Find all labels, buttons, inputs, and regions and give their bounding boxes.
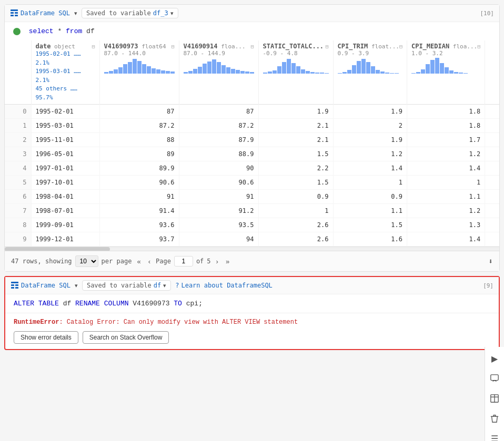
cell-badge-2: [9] [483, 282, 493, 289]
svg-rect-2 [15, 12, 18, 14]
row-v1: 88 [99, 133, 179, 147]
cell-1-header: DataFrame SQL ▾ Saved to variable df_3 ▾… [5, 5, 499, 22]
row-index: 2 [5, 133, 31, 147]
row-date: 1999-12-01 [31, 232, 99, 247]
index-col-header [5, 40, 31, 105]
visualize-header: Visualize [485, 40, 499, 105]
row-date: 1995-03-01 [31, 119, 99, 133]
last-page-btn[interactable]: » [224, 257, 231, 266]
table-body-1: 0 1995-02-01 87 87 1.9 1.9 1.8 1 1995-03… [5, 105, 499, 247]
sql-alter: ALTER TABLE [14, 300, 59, 307]
histogram-v3 [263, 58, 329, 74]
row-v5: 1.2 [407, 147, 485, 161]
histogram-v2 [184, 58, 254, 74]
svg-rect-0 [11, 9, 18, 11]
row-extra [485, 176, 499, 190]
scroll-thumb-1[interactable] [5, 247, 110, 251]
row-v2: 87 [179, 105, 258, 119]
tool-dropdown-1[interactable]: ▾ [74, 10, 77, 17]
row-extra [485, 147, 499, 161]
filter-icon-v4[interactable]: ⊟ [399, 44, 402, 49]
row-v1: 87 [99, 105, 179, 119]
row-extra [485, 218, 499, 232]
cell-2-header: DataFrame SQL ▾ Saved to variable df ▾ ?… [5, 277, 499, 294]
per-page-select[interactable]: 10 25 50 [75, 255, 98, 267]
prev-page-btn[interactable]: ‹ [146, 257, 153, 266]
saved-var-2: Saved to variable df ▾ [82, 280, 171, 291]
svg-rect-10 [15, 284, 18, 286]
col-header-v3: STATIC_TOTALC... ⊟ -0.9 - 4.8 [258, 40, 333, 105]
filter-icon-v5[interactable]: ⊟ [477, 44, 480, 49]
row-v3: 2.6 [258, 232, 333, 247]
row-v1: 89.9 [99, 161, 179, 176]
row-extra [485, 133, 499, 147]
row-v3: 1 [258, 204, 333, 218]
row-v4: 2 [333, 119, 407, 133]
row-v5: 1.1 [407, 190, 485, 204]
table-row: 4 1997-01-01 89.9 90 2.2 1.4 1.4 [5, 161, 499, 176]
row-v4: 1.6 [333, 232, 407, 247]
row-index: 4 [5, 161, 31, 176]
learn-link[interactable]: ? Learn about DataframeSQL [175, 282, 273, 289]
scroll-track-1[interactable] [5, 247, 499, 251]
row-date: 1997-10-01 [31, 176, 99, 190]
download-icon[interactable]: ⬇ [489, 257, 493, 265]
error-actions: Show error details Search on Stack Overf… [14, 331, 490, 344]
filter-icon-v2[interactable]: ⊟ [250, 44, 254, 49]
row-v1: 93.7 [99, 232, 179, 247]
svg-rect-12 [15, 287, 18, 289]
tool-label-2: DataFrame SQL [21, 282, 70, 289]
var-dropdown-2[interactable]: ▾ [163, 282, 166, 289]
svg-rect-3 [11, 15, 14, 16]
run-icon[interactable]: ▶ [485, 349, 504, 354]
filter-icon-date[interactable]: ⊟ [92, 44, 95, 49]
row-v1: 87.2 [99, 119, 179, 133]
row-v1: 91.4 [99, 204, 179, 218]
show-error-details-button[interactable]: Show error details [14, 331, 78, 344]
next-page-btn[interactable]: › [214, 257, 220, 266]
cell-badge-1: [10] [480, 10, 495, 17]
row-v3: 0.9 [258, 190, 333, 204]
svg-rect-8 [11, 282, 18, 283]
row-v5: 1.3 [407, 218, 485, 232]
row-index: 8 [5, 218, 31, 232]
row-v2: 91 [179, 190, 258, 204]
col-header-v2: V41690914 floa... ⊟ 87.0 - 144.9 [179, 40, 258, 105]
data-table-1: date object ⊟ 1995-02-01 …… 2.1%1995-03-… [5, 40, 499, 251]
cell-sql-2: ALTER TABLE df RENAME COLUMN V41690973 T… [5, 294, 499, 313]
row-v2: 94 [179, 232, 258, 247]
row-extra [485, 105, 499, 119]
sql-rename: RENAME [75, 300, 100, 307]
search-stackoverflow-button[interactable]: Search on Stack Overflow [83, 331, 169, 344]
svg-rect-1 [11, 12, 14, 14]
row-v2: 88.9 [179, 147, 258, 161]
table-row: 1 1995-03-01 87.2 87.2 2.1 2 1.8 [5, 119, 499, 133]
table-row: 3 1996-05-01 89 88.9 1.5 1.2 1.2 [5, 147, 499, 161]
row-index: 9 [5, 232, 31, 247]
filter-icon-v1[interactable]: ⊟ [171, 44, 174, 49]
row-date: 1995-11-01 [31, 133, 99, 147]
row-v4: 0.9 [333, 190, 407, 204]
row-date: 1999-09-01 [31, 218, 99, 232]
cell-2: DataFrame SQL ▾ Saved to variable df ▾ ?… [4, 276, 500, 350]
row-index: 1 [5, 119, 31, 133]
page-input[interactable] [174, 256, 193, 266]
row-date: 1998-07-01 [31, 204, 99, 218]
table-row: 7 1998-07-01 91.4 91.2 1 1.1 1.2 [5, 204, 499, 218]
row-date: 1998-04-01 [31, 190, 99, 204]
table-row: 8 1999-09-01 93.6 93.5 2.6 1.5 1.3 [5, 218, 499, 232]
first-page-btn[interactable]: « [135, 257, 143, 266]
var-dropdown-1[interactable]: ▾ [170, 10, 174, 17]
row-v5: 1.7 [407, 133, 485, 147]
filter-icon-v3[interactable]: ⊟ [325, 44, 328, 49]
row-extra [485, 119, 499, 133]
table-row: 9 1999-12-01 93.7 94 2.6 1.6 1.4 [5, 232, 499, 247]
column-headers: date object ⊟ 1995-02-01 …… 2.1%1995-03-… [5, 40, 499, 105]
row-v5: 1.8 [407, 119, 485, 133]
row-index: 7 [5, 204, 31, 218]
col-header-date: date object ⊟ 1995-02-01 …… 2.1%1995-03-… [31, 40, 99, 105]
row-v4: 1.9 [333, 105, 407, 119]
dataframe-icon-2: DataFrame SQL [11, 281, 70, 290]
row-extra [485, 190, 499, 204]
tool-dropdown-2[interactable]: ▾ [75, 282, 78, 289]
